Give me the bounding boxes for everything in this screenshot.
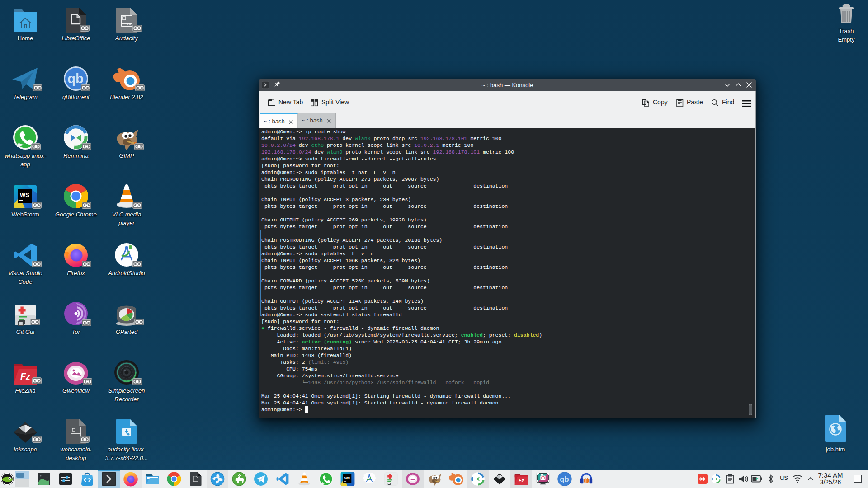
svg-text:WS: WS xyxy=(20,192,29,198)
svg-text:Fz: Fz xyxy=(519,478,524,483)
svg-text:WS: WS xyxy=(344,476,350,480)
svg-text:qb: qb xyxy=(560,475,569,483)
svg-text:Fz: Fz xyxy=(20,371,30,381)
svg-text:qb: qb xyxy=(67,71,83,86)
